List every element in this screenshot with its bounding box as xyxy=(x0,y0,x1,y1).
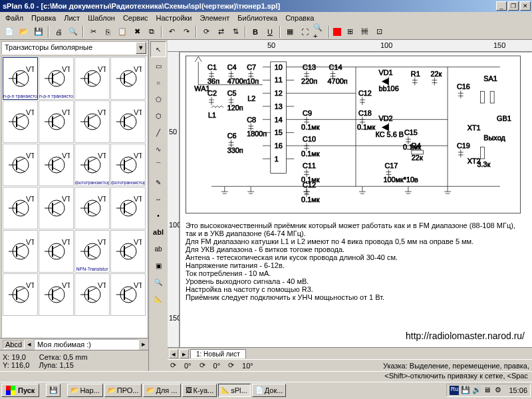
label-tool[interactable]: abl xyxy=(150,224,166,240)
bezier-tool[interactable]: ⌒ xyxy=(150,158,166,174)
node-tool[interactable]: • xyxy=(150,207,166,223)
close-button[interactable]: ✕ xyxy=(520,1,531,11)
poly-tool[interactable]: ⬡ xyxy=(150,108,166,124)
library-item[interactable]: VT0 xyxy=(110,273,146,316)
menu-help[interactable]: Справка xyxy=(281,13,318,23)
tray-icon[interactable]: 💾 xyxy=(461,386,470,395)
menu-sheet[interactable]: Лист xyxy=(60,13,84,23)
zoom-fit-icon[interactable]: ⛶ xyxy=(298,25,311,39)
tray-icon[interactable]: ⚙ xyxy=(495,386,504,395)
task-button[interactable]: 📂Нар... xyxy=(67,384,102,397)
paste-icon[interactable]: 📋 xyxy=(116,25,129,39)
redo-icon[interactable]: ↷ xyxy=(180,25,193,39)
print-icon[interactable]: 🖨 xyxy=(52,25,65,39)
quicklaunch[interactable]: 💾 xyxy=(46,384,61,397)
menu-edit[interactable]: Правка xyxy=(27,13,60,23)
underline-icon[interactable]: U xyxy=(263,25,277,39)
library-item[interactable]: VT0 xyxy=(39,273,74,316)
start-button[interactable]: Пуск xyxy=(1,384,39,397)
maximize-button[interactable]: ❐ xyxy=(508,1,519,11)
custom-lib-name[interactable]: Моя любимая :) xyxy=(34,339,139,350)
clock[interactable]: 15:06 xyxy=(509,386,527,394)
shape-tool[interactable]: ⬠ xyxy=(150,91,166,107)
library-item[interactable]: VT0 xyxy=(74,100,110,143)
menu-library[interactable]: Библиотека xyxy=(233,13,281,23)
rotate-icon[interactable]: ⟳ xyxy=(200,361,205,370)
library-item[interactable]: VT0n-p-n транзистор xyxy=(3,57,38,100)
copy-icon[interactable]: ⎘ xyxy=(101,25,114,39)
task-button[interactable]: 📄Док... xyxy=(252,384,287,397)
menu-settings[interactable]: Настройки xyxy=(152,13,196,23)
library-nav-next[interactable]: ▸ xyxy=(142,340,146,348)
task-button-active[interactable]: 📐sPl... xyxy=(218,384,250,397)
library-item[interactable]: VT0фототранзистор xyxy=(74,144,110,186)
menu-service[interactable]: Сервис xyxy=(119,13,152,23)
library-item[interactable]: VT0 xyxy=(3,100,38,143)
library-item[interactable]: VT0 xyxy=(74,187,110,229)
image-tool[interactable]: ▣ xyxy=(150,257,166,273)
library-item[interactable]: VT0 xyxy=(39,230,74,273)
save-icon[interactable]: 💾 xyxy=(32,25,45,39)
tab-next[interactable]: ▸ xyxy=(180,349,189,358)
library-item[interactable]: VT0 xyxy=(3,187,38,229)
library-category-select[interactable]: Транзисторы биполярные ▾ xyxy=(1,41,147,55)
line-tool[interactable]: ╱ xyxy=(150,124,166,140)
undo-icon[interactable]: ↶ xyxy=(165,25,178,39)
minimize-button[interactable]: _ xyxy=(496,1,507,11)
chevron-down-icon[interactable]: ▾ xyxy=(136,42,146,54)
rotate-icon[interactable]: ⟳ xyxy=(170,361,176,370)
new-icon[interactable]: 📄 xyxy=(3,25,16,39)
tool-c-icon[interactable]: ⊡ xyxy=(372,25,386,39)
measure-tool[interactable]: 📐 xyxy=(150,291,166,307)
drawing-canvas[interactable]: 101112131415161WA1C136пC2C44700пC5120пC7… xyxy=(180,52,532,347)
pointer-tool[interactable]: ↖ xyxy=(150,41,166,57)
library-item[interactable]: VT0NPN-Transistor xyxy=(74,230,110,273)
cut-icon[interactable]: ✂ xyxy=(86,25,100,39)
menu-file[interactable]: Файл xyxy=(1,13,27,23)
flip-v-icon[interactable]: ⇅ xyxy=(229,25,242,39)
text-tool[interactable]: ab xyxy=(150,241,166,257)
freehand-tool[interactable]: ✎ xyxy=(150,174,166,190)
grid-icon[interactable]: ▦ xyxy=(283,25,297,39)
menu-template[interactable]: Шаблон xyxy=(84,13,119,23)
library-item[interactable]: VT0 xyxy=(110,100,146,143)
tray-icon[interactable]: 🖥 xyxy=(483,386,493,395)
color-red-icon[interactable] xyxy=(332,27,342,37)
zoom-tool[interactable]: 🔍 xyxy=(150,274,166,290)
rotate-icon[interactable]: ⟳ xyxy=(228,361,234,370)
library-item[interactable]: VT0n-p-n транзистор xyxy=(39,57,74,100)
library-item[interactable]: VT0фототранзистор xyxy=(110,144,146,186)
tray-icon[interactable]: 🔊 xyxy=(472,386,481,395)
library-item[interactable]: VT0 xyxy=(74,273,110,316)
library-item[interactable]: VT0 xyxy=(110,57,146,100)
curve-tool[interactable]: ∿ xyxy=(150,141,166,157)
tray-icon[interactable]: Ru xyxy=(450,386,459,395)
rect-tool[interactable]: ▭ xyxy=(150,58,166,74)
tool-b-icon[interactable]: 卌 xyxy=(358,25,371,39)
library-item[interactable]: VT0 xyxy=(110,230,146,273)
circle-tool[interactable]: ○ xyxy=(150,74,166,90)
flip-h-icon[interactable]: ⇄ xyxy=(214,25,227,39)
bold-icon[interactable]: B xyxy=(249,25,262,39)
open-icon[interactable]: 📂 xyxy=(17,25,31,39)
library-nav-prev[interactable]: Abcd xyxy=(3,340,25,349)
tool-a-icon[interactable]: ⊞ xyxy=(343,25,356,39)
tab-prev[interactable]: ◂ xyxy=(169,349,178,358)
library-item[interactable]: VT0 xyxy=(3,230,38,273)
preview-icon[interactable]: 🔍 xyxy=(66,25,80,39)
library-item[interactable]: VT0 xyxy=(3,273,38,316)
zoom-in-icon[interactable]: 🔍+ xyxy=(313,25,326,39)
library-item[interactable]: VT0 xyxy=(74,57,110,100)
menu-element[interactable]: Элемент xyxy=(196,13,233,23)
duplicate-icon[interactable]: ⧉ xyxy=(145,25,158,39)
library-item[interactable]: VT0 xyxy=(39,100,74,143)
task-button[interactable]: 📂Для ... xyxy=(143,384,180,397)
library-item[interactable]: VT0 xyxy=(39,144,74,186)
task-button[interactable]: 🖼К-уа... xyxy=(182,384,217,397)
sheet-tab-1[interactable]: 1: Новый лист xyxy=(190,349,246,358)
task-button[interactable]: 📂ПРО... xyxy=(104,384,142,397)
library-item[interactable]: VT0 xyxy=(39,187,74,229)
library-item[interactable]: VT0 xyxy=(3,144,38,186)
delete-icon[interactable]: ✖ xyxy=(130,25,144,39)
rotate-icon[interactable]: ⟳ xyxy=(200,25,213,39)
